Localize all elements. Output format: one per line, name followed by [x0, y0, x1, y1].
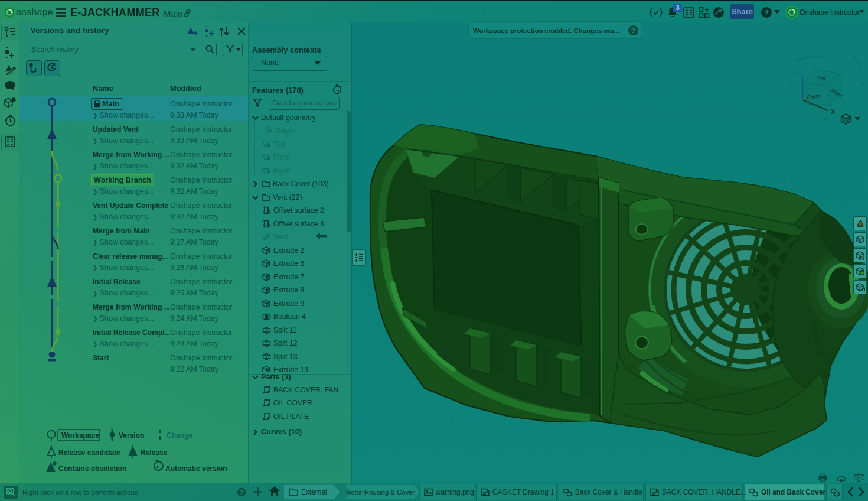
svg-text:Release: Release	[141, 448, 168, 457]
svg-text:?: ?	[631, 27, 636, 35]
svg-text:?: ?	[240, 489, 243, 496]
svg-text:Release candidate: Release candidate	[58, 448, 120, 457]
svg-text:Z: Z	[798, 69, 802, 76]
svg-text:Workspace: Workspace	[61, 431, 99, 440]
svg-text:Contains obsoletion: Contains obsoletion	[58, 464, 126, 473]
svg-text:X: X	[831, 108, 835, 115]
svg-text:Automatic version: Automatic version	[165, 464, 227, 473]
svg-text:Change: Change	[167, 431, 192, 440]
svg-text:?: ?	[12, 97, 15, 102]
svg-text:Version: Version	[119, 431, 144, 440]
svg-text:?: ?	[764, 8, 769, 17]
